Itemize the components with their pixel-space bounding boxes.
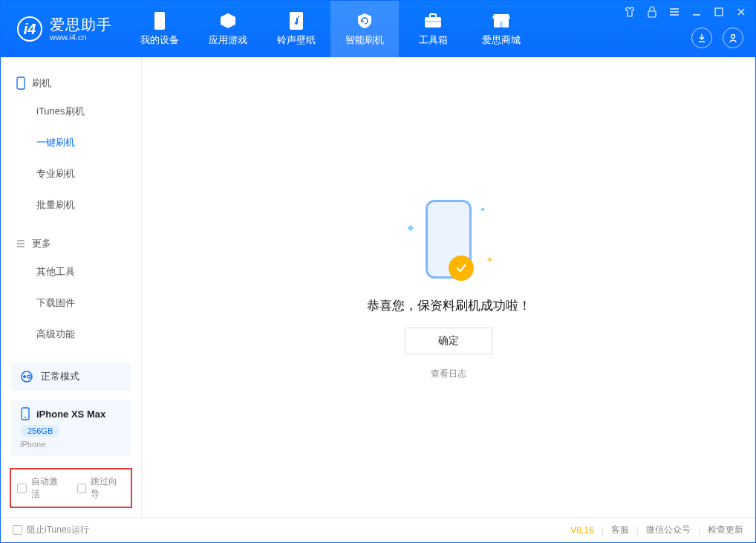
device-name-row: iPhone XS Max <box>20 407 105 420</box>
sidebar-group-more: 更多 <box>1 231 141 256</box>
nav-store[interactable]: 爱思商城 <box>467 1 535 57</box>
user-button[interactable] <box>723 27 743 48</box>
header-right-icons <box>691 27 743 48</box>
music-file-icon <box>287 11 306 30</box>
checkbox-label: 阻止iTunes运行 <box>27 524 89 536</box>
svg-rect-10 <box>17 77 25 89</box>
svg-point-12 <box>23 375 26 378</box>
phone-icon <box>150 11 169 30</box>
wechat-link[interactable]: 微信公众号 <box>646 524 691 536</box>
view-log-link[interactable]: 查看日志 <box>431 368 466 380</box>
success-message: 恭喜您，保资料刷机成功啦！ <box>367 297 531 314</box>
body-area: 刷机 iTunes刷机 一键刷机 专业刷机 批量刷机 更多 其他工具 下载固件 … <box>1 57 755 517</box>
download-button[interactable] <box>691 27 712 48</box>
app-logo-icon: i4 <box>17 16 42 42</box>
nav-label: 智能刷机 <box>345 33 384 47</box>
checkbox-label: 自动激活 <box>31 475 65 501</box>
mode-panel[interactable]: 正常模式 <box>11 362 131 391</box>
statusbar-right: V8.16 | 客服 | 微信公众号 | 检查更新 <box>570 524 743 536</box>
svg-rect-8 <box>715 8 723 16</box>
app-window: i4 爱思助手 www.i4.cn 我的设备 应用游戏 铃声壁纸 智能刷机 <box>0 0 756 543</box>
checkbox-block-itunes[interactable]: 阻止iTunes运行 <box>13 524 89 536</box>
version-label: V8.16 <box>570 525 593 536</box>
svg-rect-6 <box>500 22 503 27</box>
menu-icon[interactable] <box>668 5 681 19</box>
check-update-link[interactable]: 检查更新 <box>708 524 743 536</box>
refresh-shield-icon <box>355 11 374 30</box>
phone-small-icon <box>20 407 30 420</box>
success-illustration <box>404 195 493 284</box>
sidebar-item-pro-flash[interactable]: 专业刷机 <box>1 158 141 189</box>
ok-button[interactable]: 确定 <box>405 328 492 354</box>
checkbox-icon <box>17 484 27 493</box>
sidebar-checks-highlight: 自动激活 跳过向导 <box>10 468 132 508</box>
sparkle-icon <box>480 207 485 212</box>
checkbox-auto-activate[interactable]: 自动激活 <box>17 475 65 501</box>
minimize-button[interactable] <box>690 5 703 19</box>
check-badge-icon <box>449 256 474 281</box>
group-label: 刷机 <box>32 77 51 90</box>
checkbox-skip-guide[interactable]: 跳过向导 <box>77 475 126 501</box>
list-icon <box>16 238 26 249</box>
sidebar-item-advanced[interactable]: 高级功能 <box>1 319 141 350</box>
device-name: iPhone XS Max <box>36 409 105 420</box>
mode-label: 正常模式 <box>41 370 79 383</box>
svg-point-9 <box>731 35 735 39</box>
sidebar-item-oneclick-flash[interactable]: 一键刷机 <box>1 127 141 158</box>
svg-rect-5 <box>425 21 441 22</box>
sidebar-item-download-firmware[interactable]: 下载固件 <box>1 287 141 319</box>
nav-my-device[interactable]: 我的设备 <box>126 1 194 57</box>
app-title: 爱思助手 <box>50 16 112 33</box>
svg-point-15 <box>25 417 26 418</box>
cube-icon <box>218 11 238 30</box>
device-type: iPhone <box>20 440 45 449</box>
group-label: 更多 <box>32 237 51 250</box>
phone-shape-icon <box>426 200 472 279</box>
toolbox-icon <box>423 11 443 30</box>
sidebar-item-batch-flash[interactable]: 批量刷机 <box>1 189 141 221</box>
store-icon <box>492 11 511 30</box>
sparkle-icon <box>487 256 492 261</box>
app-subtitle: www.i4.cn <box>50 33 112 42</box>
svg-rect-4 <box>430 14 436 18</box>
close-button[interactable] <box>734 5 748 19</box>
customer-service-link[interactable]: 客服 <box>611 524 629 536</box>
sidebar: 刷机 iTunes刷机 一键刷机 专业刷机 批量刷机 更多 其他工具 下载固件 … <box>1 57 142 517</box>
svg-point-13 <box>27 375 30 378</box>
device-panel[interactable]: iPhone XS Max 256GB iPhone <box>11 400 131 456</box>
svg-rect-7 <box>648 11 656 17</box>
logo-area: i4 爱思助手 www.i4.cn <box>1 1 126 57</box>
nav-label: 我的设备 <box>140 33 179 47</box>
maximize-button[interactable] <box>712 5 726 19</box>
titlebar: i4 爱思助手 www.i4.cn 我的设备 应用游戏 铃声壁纸 智能刷机 <box>1 1 755 57</box>
nav-toolbox[interactable]: 工具箱 <box>399 1 467 57</box>
sidebar-item-other-tools[interactable]: 其他工具 <box>1 256 141 287</box>
app-logo-text: 爱思助手 www.i4.cn <box>50 16 112 42</box>
tshirt-icon[interactable] <box>623 5 636 19</box>
device-icon <box>16 77 26 90</box>
checkbox-icon <box>77 484 87 493</box>
device-capacity: 256GB <box>20 425 60 437</box>
nav-label: 爱思商城 <box>482 33 521 47</box>
main-nav: 我的设备 应用游戏 铃声壁纸 智能刷机 工具箱 爱思商城 <box>126 1 535 57</box>
sidebar-item-itunes-flash[interactable]: iTunes刷机 <box>1 96 141 127</box>
nav-label: 工具箱 <box>419 33 448 47</box>
nav-ringtone-wallpaper[interactable]: 铃声壁纸 <box>262 1 330 57</box>
sparkle-icon <box>408 224 414 230</box>
checkbox-icon <box>13 525 22 535</box>
checkbox-label: 跳过向导 <box>91 475 125 501</box>
main-content: 恭喜您，保资料刷机成功啦！ 确定 查看日志 <box>142 57 755 517</box>
nav-smart-flash[interactable]: 智能刷机 <box>330 1 399 57</box>
sidebar-group-flash: 刷机 <box>1 71 141 96</box>
lock-icon[interactable] <box>645 5 659 19</box>
window-controls <box>623 5 748 19</box>
mode-icon <box>20 370 33 383</box>
nav-label: 铃声壁纸 <box>277 33 316 47</box>
nav-apps-games[interactable]: 应用游戏 <box>194 1 262 57</box>
nav-label: 应用游戏 <box>209 33 247 47</box>
statusbar: 阻止iTunes运行 V8.16 | 客服 | 微信公众号 | 检查更新 <box>1 517 755 542</box>
